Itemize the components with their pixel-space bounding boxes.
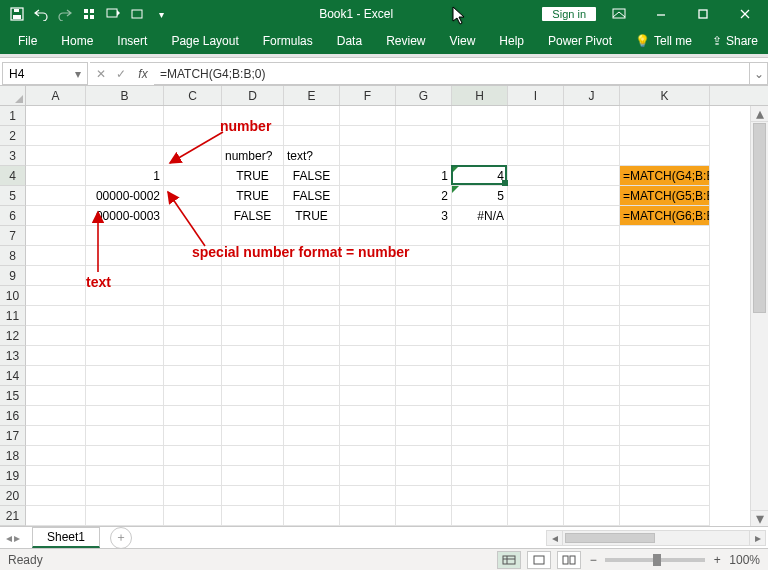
row-header-9[interactable]: 9 — [0, 266, 26, 286]
row-header-6[interactable]: 6 — [0, 206, 26, 226]
cell-A1[interactable] — [26, 106, 86, 126]
cell-H1[interactable] — [452, 106, 508, 126]
cell-I10[interactable] — [508, 286, 564, 306]
cell-H21[interactable] — [452, 506, 508, 526]
cell-B2[interactable] — [86, 126, 164, 146]
scroll-right-icon[interactable]: ▸ — [749, 531, 765, 545]
cell-H8[interactable] — [452, 246, 508, 266]
cell-F15[interactable] — [340, 386, 396, 406]
cell-I18[interactable] — [508, 446, 564, 466]
cell-B21[interactable] — [86, 506, 164, 526]
cell-C14[interactable] — [164, 366, 222, 386]
horizontal-scroll-thumb[interactable] — [565, 533, 655, 543]
cell-H11[interactable] — [452, 306, 508, 326]
cell-B15[interactable] — [86, 386, 164, 406]
cell-E1[interactable] — [284, 106, 340, 126]
cell-F5[interactable] — [340, 186, 396, 206]
cell-D11[interactable] — [222, 306, 284, 326]
cell-G20[interactable] — [396, 486, 452, 506]
row-header-12[interactable]: 12 — [0, 326, 26, 346]
cell-C18[interactable] — [164, 446, 222, 466]
ribbon-display-options-icon[interactable] — [600, 0, 638, 28]
cell-K1[interactable] — [620, 106, 710, 126]
cell-G14[interactable] — [396, 366, 452, 386]
cell-C8[interactable] — [164, 246, 222, 266]
qat-option3-icon[interactable] — [128, 5, 146, 23]
cell-F8[interactable] — [340, 246, 396, 266]
cell-E10[interactable] — [284, 286, 340, 306]
cell-I5[interactable] — [508, 186, 564, 206]
cell-K7[interactable] — [620, 226, 710, 246]
scroll-left-icon[interactable]: ◂ — [547, 531, 563, 545]
cell-E4[interactable]: FALSE — [284, 166, 340, 186]
cell-B10[interactable] — [86, 286, 164, 306]
cell-F10[interactable] — [340, 286, 396, 306]
col-H[interactable]: H — [452, 86, 508, 105]
cell-C6[interactable] — [164, 206, 222, 226]
cell-D8[interactable] — [222, 246, 284, 266]
cell-F21[interactable] — [340, 506, 396, 526]
cell-C7[interactable] — [164, 226, 222, 246]
maximize-button[interactable] — [684, 0, 722, 28]
cell-D18[interactable] — [222, 446, 284, 466]
cell-A4[interactable] — [26, 166, 86, 186]
cell-I19[interactable] — [508, 466, 564, 486]
tab-help[interactable]: Help — [487, 29, 536, 54]
cell-K16[interactable] — [620, 406, 710, 426]
cell-H13[interactable] — [452, 346, 508, 366]
cell-G10[interactable] — [396, 286, 452, 306]
cell-B6[interactable]: 00000-0003 — [86, 206, 164, 226]
tab-data[interactable]: Data — [325, 29, 374, 54]
row-header-1[interactable]: 1 — [0, 106, 26, 126]
cell-B13[interactable] — [86, 346, 164, 366]
sheet-nav[interactable]: ◂▸ — [0, 531, 26, 545]
tab-formulas[interactable]: Formulas — [251, 29, 325, 54]
cell-H2[interactable] — [452, 126, 508, 146]
cell-C1[interactable] — [164, 106, 222, 126]
row-header-17[interactable]: 17 — [0, 426, 26, 446]
cell-J4[interactable] — [564, 166, 620, 186]
cell-J8[interactable] — [564, 246, 620, 266]
cell-H10[interactable] — [452, 286, 508, 306]
row-header-16[interactable]: 16 — [0, 406, 26, 426]
cell-F3[interactable] — [340, 146, 396, 166]
cell-A13[interactable] — [26, 346, 86, 366]
cell-F11[interactable] — [340, 306, 396, 326]
cell-I6[interactable] — [508, 206, 564, 226]
cell-B11[interactable] — [86, 306, 164, 326]
undo-icon[interactable] — [32, 5, 50, 23]
cell-E2[interactable] — [284, 126, 340, 146]
cell-I14[interactable] — [508, 366, 564, 386]
cell-J16[interactable] — [564, 406, 620, 426]
cell-J15[interactable] — [564, 386, 620, 406]
cell-C9[interactable] — [164, 266, 222, 286]
cell-J2[interactable] — [564, 126, 620, 146]
cell-D19[interactable] — [222, 466, 284, 486]
row-header-13[interactable]: 13 — [0, 346, 26, 366]
cell-E3[interactable]: text? — [284, 146, 340, 166]
cell-K17[interactable] — [620, 426, 710, 446]
col-C[interactable]: C — [164, 86, 222, 105]
cell-C2[interactable] — [164, 126, 222, 146]
cell-H4[interactable]: 4 — [452, 166, 508, 186]
row-header-10[interactable]: 10 — [0, 286, 26, 306]
qat-customize-icon[interactable]: ▾ — [152, 5, 170, 23]
chevron-down-icon[interactable]: ▾ — [75, 67, 81, 81]
scroll-down-icon[interactable]: ▾ — [751, 510, 768, 526]
tab-view[interactable]: View — [438, 29, 488, 54]
cell-H5[interactable]: 5 — [452, 186, 508, 206]
cell-G15[interactable] — [396, 386, 452, 406]
row-header-18[interactable]: 18 — [0, 446, 26, 466]
cell-A19[interactable] — [26, 466, 86, 486]
cell-F4[interactable] — [340, 166, 396, 186]
cell-D13[interactable] — [222, 346, 284, 366]
horizontal-scrollbar[interactable]: ◂ ▸ — [546, 530, 766, 546]
cell-K9[interactable] — [620, 266, 710, 286]
cell-B9[interactable] — [86, 266, 164, 286]
col-F[interactable]: F — [340, 86, 396, 105]
zoom-level[interactable]: 100% — [729, 553, 760, 567]
scroll-up-icon[interactable]: ▴ — [751, 106, 768, 122]
tab-file[interactable]: File — [6, 29, 49, 54]
cell-F19[interactable] — [340, 466, 396, 486]
cell-E16[interactable] — [284, 406, 340, 426]
